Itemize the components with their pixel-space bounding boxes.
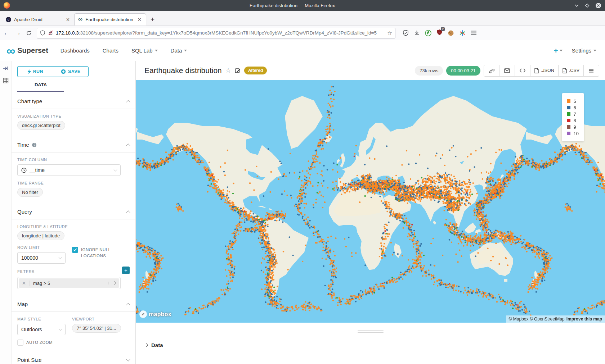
- favorite-star-icon[interactable]: ☆: [225, 67, 231, 74]
- legend-swatch: [567, 106, 570, 109]
- mapbox-logo[interactable]: mapbox: [139, 310, 171, 318]
- chevron-right-icon: [145, 343, 148, 347]
- map-container: 5 6 7 8 9 10 mapbox © Mapbox © OpenStree…: [136, 80, 605, 323]
- lonlat-value[interactable]: longitude | latitude: [17, 231, 64, 240]
- chevron-down-icon: [59, 327, 62, 331]
- chevron-up-icon: [126, 100, 130, 104]
- map-style-select[interactable]: Outdoors: [17, 324, 66, 335]
- tab-earthquake-distribution[interactable]: ∞ Earthquake distribution ✕: [74, 13, 146, 26]
- menu-icon[interactable]: [471, 30, 477, 36]
- window-title: Earthquake distribution — Mozilla Firefo…: [10, 3, 574, 8]
- tab-label: Apache Druid: [14, 17, 62, 22]
- new-tab-button[interactable]: +: [151, 15, 154, 23]
- section-query[interactable]: Query: [17, 203, 130, 219]
- dataset-grid-icon[interactable]: [3, 78, 9, 83]
- pane-resize-handle[interactable]: [358, 330, 384, 334]
- export-json-button[interactable]: .JSON: [530, 65, 559, 77]
- url-text[interactable]: 172.18.0.3:32108/superset/explore/?form_…: [56, 30, 385, 36]
- browser-toolbar: ← → 172.18.0.3:32108/superset/explore/?f…: [0, 26, 605, 40]
- extension-asterisk-icon[interactable]: [459, 30, 466, 36]
- add-filter-button[interactable]: +: [122, 267, 130, 274]
- tab-bar: d Apache Druid ✕ ∞ Earthquake distributi…: [0, 11, 605, 26]
- legend-swatch: [567, 119, 570, 122]
- nav-dashboards[interactable]: Dashboards: [60, 47, 90, 54]
- tab-apache-druid[interactable]: d Apache Druid ✕: [2, 13, 74, 26]
- bookmark-star-icon[interactable]: ☆: [387, 30, 392, 36]
- link-icon: [489, 68, 494, 73]
- svg-text:u: u: [439, 31, 440, 33]
- add-new-button[interactable]: +: [554, 46, 563, 55]
- ublock-shield-icon[interactable]: u 2: [436, 29, 443, 37]
- maximize-icon[interactable]: [585, 3, 590, 8]
- insecure-lock-icon[interactable]: [48, 30, 53, 36]
- filter-value[interactable]: mag > 5: [30, 281, 108, 286]
- divider: [12, 219, 135, 219]
- hamburger-icon: [589, 69, 594, 73]
- row-limit-label: ROW LIMIT: [17, 245, 66, 250]
- section-map[interactable]: Map: [17, 295, 130, 312]
- plus-circle-icon: [61, 69, 66, 74]
- save-button[interactable]: SAVE: [53, 66, 89, 77]
- section-time[interactable]: Time: [17, 136, 130, 153]
- cookie-icon[interactable]: [448, 30, 454, 36]
- back-icon[interactable]: ←: [4, 29, 10, 37]
- email-button[interactable]: [499, 65, 515, 77]
- viewport-value[interactable]: 7° 35' 54.02" | 31...: [72, 324, 121, 333]
- chevron-up-icon: [126, 144, 130, 147]
- close-icon[interactable]: [595, 3, 601, 9]
- edit-properties-icon[interactable]: [235, 68, 241, 73]
- minimize-icon[interactable]: [574, 3, 579, 8]
- tab-close-icon[interactable]: ✕: [65, 17, 71, 22]
- superset-favicon: ∞: [78, 18, 82, 21]
- section-point-size[interactable]: Point Size: [17, 351, 130, 364]
- file-icon: x: [563, 68, 567, 73]
- view-query-button[interactable]: [515, 65, 530, 77]
- nav-data[interactable]: Data: [171, 47, 187, 54]
- improve-map-link[interactable]: Improve this map: [566, 317, 602, 322]
- tracking-shield-icon[interactable]: [40, 30, 45, 36]
- superset-logo-icon[interactable]: ∞: [6, 45, 15, 56]
- downloads-icon[interactable]: [414, 30, 420, 36]
- clock-icon: [21, 168, 27, 173]
- run-button[interactable]: RUN: [17, 66, 53, 77]
- map-canvas[interactable]: [136, 80, 605, 323]
- tab-data[interactable]: DATA: [17, 82, 64, 92]
- url-path: :32108/superset/explore/?form_data_key=1…: [79, 30, 377, 36]
- superset-navbar: ∞ Superset Dashboards Charts SQL Lab Dat…: [0, 40, 605, 61]
- extension-icons: u 2: [403, 29, 477, 37]
- tab-close-icon[interactable]: ✕: [137, 17, 142, 22]
- extension-green-icon[interactable]: [425, 30, 431, 36]
- url-bar[interactable]: 172.18.0.3:32108/superset/explore/?form_…: [37, 28, 395, 38]
- chart-menu-button[interactable]: [583, 65, 599, 77]
- time-range-value[interactable]: No filter: [17, 188, 43, 197]
- legend-swatch: [567, 112, 570, 116]
- attribution-text: © Mapbox © OpenStreetMap: [509, 317, 565, 322]
- auto-zoom-checkbox[interactable]: [17, 340, 23, 346]
- remove-filter-icon[interactable]: ✕: [19, 281, 30, 286]
- map-attribution: © Mapbox © OpenStreetMapImprove this map: [506, 315, 605, 323]
- code-icon: [520, 68, 525, 73]
- time-column-select[interactable]: __time: [17, 164, 121, 176]
- ignore-null-checkbox[interactable]: [72, 247, 78, 253]
- protection-shield-icon[interactable]: [403, 30, 409, 36]
- filters-label: FILTERS: [17, 269, 35, 274]
- chevron-down-icon: [59, 256, 62, 259]
- superset-brand[interactable]: Superset: [17, 46, 48, 55]
- section-chart-type[interactable]: Chart type: [17, 92, 130, 109]
- forward-icon[interactable]: →: [15, 29, 21, 37]
- reload-icon[interactable]: [26, 30, 32, 36]
- expand-filter-icon[interactable]: [108, 282, 119, 285]
- expand-panel-icon[interactable]: [3, 65, 9, 71]
- viz-type-value[interactable]: deck.gl Scatterplot: [17, 121, 65, 130]
- data-section-toggle[interactable]: Data: [136, 342, 605, 348]
- nav-settings[interactable]: Settings: [572, 47, 596, 54]
- nav-charts[interactable]: Charts: [103, 47, 118, 54]
- export-csv-button[interactable]: x.CSV: [558, 65, 584, 77]
- nav-sql-lab[interactable]: SQL Lab: [131, 47, 158, 54]
- row-limit-select[interactable]: 100000: [17, 252, 66, 264]
- chevron-up-icon: [126, 210, 130, 214]
- short-link-button[interactable]: [484, 65, 499, 77]
- chevron-down-icon: [184, 50, 187, 51]
- legend-item: 10: [567, 130, 579, 137]
- svg-text:x: x: [563, 70, 564, 72]
